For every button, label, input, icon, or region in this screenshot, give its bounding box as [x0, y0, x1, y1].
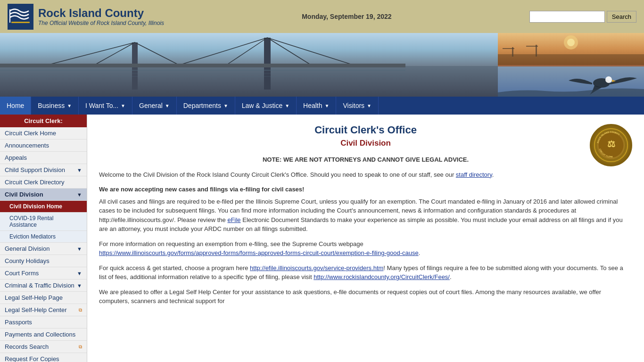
nav-home-label: Home: [7, 102, 24, 109]
nav-health-arrow: ▼: [325, 103, 330, 108]
svg-rect-23: [503, 48, 514, 49]
sidebar-item-criminal-traffic[interactable]: Criminal & Traffic Division ▼: [0, 280, 87, 292]
fees-link[interactable]: http://www.rockislandcounty.org/CircuitC…: [314, 273, 450, 280]
legal-note: NOTE: WE ARE NOT ATTORNEYS AND CANNOT GI…: [99, 155, 632, 165]
header-date: Monday, September 19, 2022: [302, 13, 391, 20]
sidebar-item-announcements[interactable]: Announcements: [0, 140, 87, 152]
sidebar-item-civil-division-home[interactable]: Civil Division Home: [0, 201, 87, 213]
svg-rect-21: [498, 54, 644, 65]
legal-self-help-paragraph: We are pleased to offer a Legal Self Hel…: [99, 288, 632, 306]
sidebar-item-circuit-clerk-directory[interactable]: Circuit Clerk Directory: [0, 176, 87, 189]
svg-point-28: [605, 76, 612, 83]
intro-paragraph: Welcome to the Civil Division of the Roc…: [99, 170, 632, 180]
page-header: Rock Island County The Official Website …: [0, 0, 644, 33]
sidebar-item-legal-selfhelp-page[interactable]: Legal Self-Help Page: [0, 292, 87, 304]
nav-lawjustice[interactable]: Law & Justice ▼: [235, 97, 297, 115]
expand-icon: ▼: [77, 283, 82, 288]
county-seal: ⚖ ROCK ISLAND COUNTY CIRCUIT CLERK: [590, 124, 632, 166]
sidebar-item-county-holidays[interactable]: County Holidays: [0, 255, 87, 267]
svg-rect-3: [0, 33, 498, 66]
nav-business[interactable]: Business ▼: [31, 97, 79, 115]
banner-bottom-right: [498, 66, 644, 97]
main-navbar: Home Business ▼ I Want To... ▼ General ▼…: [0, 97, 644, 115]
sidebar-label: Legal Self-Help Page: [5, 294, 63, 301]
sidebar: Circuit Clerk: Circuit Clerk Home Announ…: [0, 115, 87, 362]
external-link-icon: ⧉: [79, 307, 82, 313]
main-layout: Circuit Clerk: Circuit Clerk Home Announ…: [0, 115, 644, 362]
nav-health[interactable]: Health ▼: [297, 97, 336, 115]
nav-departments-arrow: ▼: [223, 103, 228, 108]
nav-visitors-arrow: ▼: [367, 103, 372, 108]
sidebar-item-request-copies[interactable]: Request For Copies: [0, 353, 87, 362]
nav-iwantto[interactable]: I Want To... ▼: [79, 97, 132, 115]
efile-link[interactable]: eFile: [227, 216, 240, 223]
search-area: Search: [529, 11, 636, 23]
sidebar-label: Legal Self-Help Center: [5, 306, 67, 313]
nav-lawjustice-label: Law & Justice: [242, 102, 282, 109]
sidebar-item-eviction-mediators[interactable]: Eviction Mediators: [0, 231, 87, 243]
service-providers-link[interactable]: http://efile.illinoiscourts.gov/service-…: [250, 264, 383, 272]
sidebar-label: Civil Division: [5, 191, 43, 198]
sidebar-item-passports[interactable]: Passports: [0, 316, 87, 329]
sidebar-label: Announcements: [5, 142, 49, 149]
banner: [0, 33, 644, 97]
staff-directory-link[interactable]: staff directory: [456, 171, 492, 178]
svg-rect-2: [11, 22, 30, 23]
sidebar-item-court-forms[interactable]: Court Forms ▼: [0, 267, 87, 280]
content-header: Circuit Clerk's Office Civil Division ⚖ …: [99, 124, 632, 148]
sidebar-label: Criminal & Traffic Division: [5, 282, 74, 289]
exemption-paragraph: For more information on requesting an ex…: [99, 239, 632, 258]
svg-rect-17: [0, 76, 405, 77]
nav-general-label: General: [139, 102, 163, 109]
nav-visitors[interactable]: Visitors ▼: [336, 97, 379, 115]
logo-image: [8, 4, 33, 30]
banner-main-image: [0, 33, 498, 97]
nav-departments[interactable]: Departments ▼: [177, 97, 235, 115]
sidebar-item-legal-selfhelp-center[interactable]: Legal Self-Help Center ⧉: [0, 304, 87, 316]
svg-text:⚖: ⚖: [607, 139, 615, 149]
external-link-icon: ⧉: [79, 344, 82, 350]
sidebar-item-general-division[interactable]: General Division ▼: [0, 243, 87, 255]
site-title: Rock Island County: [38, 7, 164, 20]
svg-rect-15: [0, 70, 405, 71]
site-subtitle: The Official Website of Rock Island Coun…: [38, 20, 164, 26]
expand-icon: ▼: [77, 246, 82, 252]
sidebar-label: Civil Division Home: [9, 203, 62, 210]
sidebar-label: Court Forms: [5, 270, 39, 277]
search-input[interactable]: [529, 11, 605, 23]
sidebar-label: Child Support Division: [5, 166, 65, 173]
search-button[interactable]: Search: [607, 11, 636, 23]
expand-icon: ▼: [77, 167, 82, 173]
sidebar-label: COVID-19 Rental Assistance: [9, 215, 82, 228]
page-subtitle: Civil Division: [99, 139, 632, 148]
sidebar-item-covid-rental[interactable]: COVID-19 Rental Assistance: [0, 213, 87, 231]
svg-rect-25: [526, 46, 538, 47]
sidebar-label: Passports: [5, 319, 32, 326]
sidebar-label: General Division: [5, 245, 50, 252]
nav-general[interactable]: General ▼: [132, 97, 177, 115]
sidebar-label: Eviction Mediators: [9, 233, 56, 240]
sidebar-item-payments[interactable]: Payments and Collections: [0, 329, 87, 341]
sidebar-label: Circuit Clerk Home: [5, 130, 56, 137]
nav-iwantto-arrow: ▼: [121, 103, 125, 108]
sidebar-item-circuit-clerk-home[interactable]: Circuit Clerk Home: [0, 127, 87, 140]
sidebar-header: Circuit Clerk:: [0, 115, 87, 127]
sidebar-item-civil-division[interactable]: Civil Division ▼: [0, 189, 87, 201]
sidebar-item-appeals[interactable]: Appeals: [0, 152, 87, 164]
efiling-details: All civil cases and filings are required…: [99, 197, 632, 234]
sidebar-item-records-search[interactable]: Records Search ⧉: [0, 341, 87, 353]
svg-rect-14: [0, 64, 405, 67]
nav-departments-label: Departments: [183, 102, 221, 109]
page-title: Circuit Clerk's Office: [99, 124, 632, 136]
nav-business-arrow: ▼: [67, 103, 72, 108]
exemption-link[interactable]: https://www.illinoiscourts.gov/forms/app…: [99, 249, 419, 256]
sidebar-label: Records Search: [5, 343, 49, 350]
sidebar-item-child-support[interactable]: Child Support Division ▼: [0, 164, 87, 176]
nav-home[interactable]: Home: [0, 97, 31, 115]
logo-area: Rock Island County The Official Website …: [8, 4, 164, 30]
nav-lawjustice-arrow: ▼: [285, 103, 289, 108]
svg-point-20: [567, 39, 575, 46]
sidebar-label: Appeals: [5, 154, 27, 161]
svg-rect-16: [0, 73, 405, 74]
nav-iwantto-label: I Want To...: [85, 102, 118, 109]
